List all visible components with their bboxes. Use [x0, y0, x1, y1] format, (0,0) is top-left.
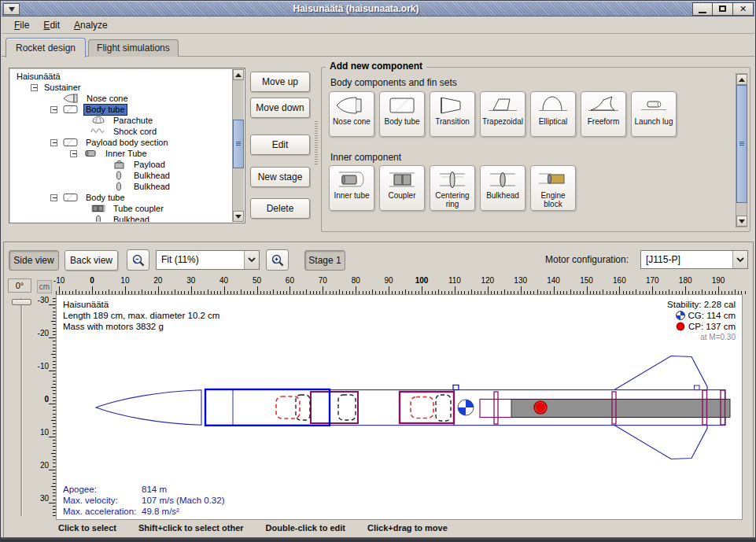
- nose-cone-shape[interactable]: [96, 390, 201, 426]
- ruler-label: 130: [514, 276, 527, 285]
- zoom-select[interactable]: Fit (11%): [156, 250, 260, 270]
- scroll-up-icon[interactable]: [736, 74, 747, 85]
- ruler-label: 110: [448, 276, 461, 285]
- ruler-tick: [125, 286, 126, 294]
- add-centering-ring-button[interactable]: Centering ring: [430, 165, 475, 211]
- motor-configuration-label: Motor configuration:: [545, 254, 629, 265]
- rotation-slider-track[interactable]: [20, 298, 23, 516]
- rotation-slider-handle[interactable]: [12, 299, 31, 305]
- zoom-in-button[interactable]: [266, 249, 289, 271]
- component-button-label: Freeform: [581, 117, 625, 126]
- tree-item-parachute[interactable]: Parachute: [10, 115, 232, 126]
- tree-scrollbar-thumb[interactable]: [233, 120, 244, 168]
- tree-item-payload-body-section[interactable]: Payload body section: [10, 137, 232, 148]
- ruler-tick: [59, 286, 60, 294]
- ruler-label: 90: [385, 276, 393, 285]
- titlebar[interactable]: Haisunäätä (haisunaata.ork) ✕: [2, 2, 754, 17]
- expander-icon[interactable]: [50, 106, 57, 113]
- rocket-canvas[interactable]: HaisunäätäLength 189 cm, max. diameter 1…: [56, 294, 743, 520]
- freeform-fin-icon: [581, 94, 625, 117]
- tree-item-payload[interactable]: Payload: [10, 159, 232, 170]
- magnifier-plus-icon: [271, 253, 285, 267]
- add-bulkhead-button[interactable]: Bulkhead: [480, 165, 526, 211]
- tree-item-tube-coupler[interactable]: Tube coupler: [10, 203, 232, 214]
- add-elliptical-button[interactable]: Elliptical: [530, 91, 576, 137]
- expander-icon[interactable]: [70, 150, 77, 157]
- close-button[interactable]: ✕: [733, 2, 754, 16]
- tree-item-sustainer[interactable]: Sustainer: [10, 82, 232, 93]
- splitter-grip[interactable]: [315, 121, 318, 166]
- ruler-tick: [49, 404, 56, 404]
- scroll-down-icon[interactable]: [233, 211, 244, 222]
- expander-icon[interactable]: [31, 84, 38, 91]
- centering-ring-icon: [430, 168, 474, 191]
- tree-scrollbar[interactable]: [232, 69, 244, 222]
- ruler-tick: [257, 286, 258, 294]
- tube-coupler-icon: [90, 204, 107, 213]
- fin-shape[interactable]: [614, 425, 707, 459]
- add-inner-tube-button[interactable]: Inner tube: [329, 165, 374, 211]
- ruler-label: 0: [90, 276, 94, 285]
- tree-item-inner-tube[interactable]: Inner Tube: [10, 148, 232, 159]
- delete-button[interactable]: Delete: [250, 198, 310, 219]
- add-body-tube-button[interactable]: Body tube: [379, 91, 425, 137]
- ruler-label: 20: [153, 276, 162, 285]
- minimize-icon: [699, 12, 706, 13]
- ruler-label: 180: [679, 276, 692, 285]
- tab-flight-simulations[interactable]: Flight simulations: [88, 39, 179, 57]
- menu-file[interactable]: File: [7, 18, 36, 32]
- motor-configuration-select[interactable]: [J115-P]: [640, 250, 748, 269]
- tab-rocket-design[interactable]: Rocket design: [6, 38, 86, 57]
- stage-1-button[interactable]: Stage 1: [304, 250, 345, 271]
- tree-item-label: Body tube: [84, 105, 127, 115]
- maximize-button[interactable]: [713, 2, 733, 16]
- rotation-value: 0°: [8, 278, 31, 293]
- bulkhead-icon: [110, 182, 127, 191]
- shock-cord-icon: [90, 127, 107, 136]
- minimize-button[interactable]: [692, 2, 713, 16]
- hint-bar: Click to selectShift+click to select oth…: [58, 523, 448, 533]
- move-down-button[interactable]: Move down: [250, 98, 310, 118]
- launch-lug-shape[interactable]: [695, 385, 700, 390]
- zoom-out-button[interactable]: [127, 249, 149, 271]
- add-freeform-button[interactable]: Freeform: [581, 91, 626, 137]
- scroll-up-icon[interactable]: [233, 69, 244, 80]
- stability-value: Stability: 2.28 cal: [667, 299, 736, 310]
- tree-item-body-tube[interactable]: Body tube: [10, 192, 232, 203]
- launch-lug-shape[interactable]: [453, 385, 459, 390]
- edit-button[interactable]: Edit: [250, 135, 310, 155]
- tree-item-bulkhead[interactable]: Bulkhead: [10, 170, 232, 181]
- cg-marker: [458, 400, 474, 415]
- ruler-tick: [455, 286, 455, 294]
- ruler-label: -20: [38, 329, 49, 337]
- component-scrollbar[interactable]: [736, 73, 747, 227]
- menu-analyze[interactable]: Analyze: [67, 18, 115, 32]
- tree-item-bulkhead[interactable]: Bulkhead: [10, 181, 232, 192]
- tree-item-body-tube[interactable]: Body tube: [10, 104, 232, 115]
- tree-item-shock-cord[interactable]: Shock cord: [10, 126, 232, 137]
- tree-item-bulkhead[interactable]: Bulkhead: [10, 214, 232, 222]
- tree-item-haisun-t[interactable]: Haisunäätä: [10, 71, 232, 82]
- add-coupler-button[interactable]: Coupler: [379, 165, 425, 211]
- ruler-label: 30: [40, 493, 49, 502]
- expander-icon[interactable]: [50, 139, 57, 146]
- add-launch-lug-button[interactable]: Launch lug: [631, 91, 677, 137]
- expander-icon[interactable]: [50, 194, 57, 201]
- add-nose-cone-button[interactable]: Nose cone: [329, 91, 374, 137]
- fin-shape[interactable]: [614, 356, 707, 390]
- add-trapezoidal-button[interactable]: Trapezoidal: [480, 91, 526, 137]
- move-up-button[interactable]: Move up: [250, 72, 310, 92]
- component-scrollbar-thumb[interactable]: [736, 85, 747, 203]
- ruler-label: 60: [286, 276, 294, 285]
- add-engine-block-button[interactable]: Engine block: [530, 165, 576, 211]
- back-view-button[interactable]: Back view: [65, 250, 118, 271]
- add-transition-button[interactable]: Transition: [430, 91, 475, 137]
- tree-item-nose-cone[interactable]: Nose cone: [10, 93, 232, 104]
- window-menu-icon[interactable]: [3, 3, 20, 15]
- tree-item-label: Sustainer: [42, 83, 82, 93]
- new-stage-button[interactable]: New stage: [250, 167, 310, 187]
- scroll-down-icon[interactable]: [736, 216, 747, 227]
- app-window: Haisunäätä (haisunaata.ork) ✕ FileEditAn…: [0, 0, 756, 542]
- side-view-button[interactable]: Side view: [9, 250, 59, 271]
- menu-edit[interactable]: Edit: [36, 18, 67, 32]
